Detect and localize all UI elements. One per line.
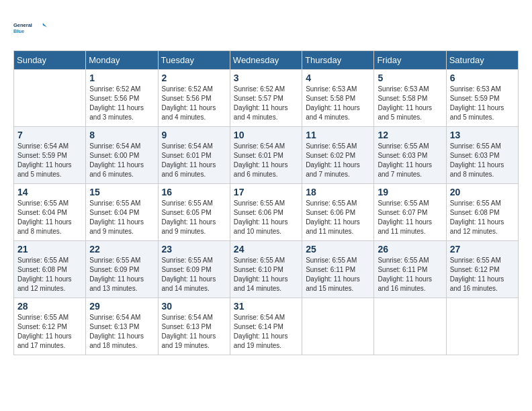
calendar-cell: 24Sunrise: 6:55 AMSunset: 6:10 PMDayligh…	[230, 241, 302, 298]
day-number: 15	[89, 187, 154, 197]
day-info: Sunrise: 6:55 AMSunset: 6:02 PMDaylight:…	[306, 142, 370, 179]
day-number: 4	[306, 73, 370, 83]
calendar-cell: 11Sunrise: 6:55 AMSunset: 6:02 PMDayligh…	[302, 127, 374, 184]
calendar-cell: 22Sunrise: 6:55 AMSunset: 6:09 PMDayligh…	[86, 241, 158, 298]
day-number: 24	[234, 244, 298, 255]
day-number: 30	[162, 301, 226, 312]
calendar-cell: 29Sunrise: 6:54 AMSunset: 6:13 PMDayligh…	[86, 298, 158, 355]
day-number: 10	[234, 130, 298, 140]
day-info: Sunrise: 6:55 AMSunset: 6:10 PMDaylight:…	[234, 256, 298, 293]
calendar-cell: 3Sunrise: 6:52 AMSunset: 5:57 PMDaylight…	[230, 70, 302, 127]
day-info: Sunrise: 6:55 AMSunset: 6:12 PMDaylight:…	[450, 256, 515, 293]
calendar-cell: 15Sunrise: 6:55 AMSunset: 6:04 PMDayligh…	[86, 184, 158, 241]
day-info: Sunrise: 6:55 AMSunset: 6:08 PMDaylight:…	[450, 199, 515, 236]
day-info: Sunrise: 6:52 AMSunset: 5:57 PMDaylight:…	[234, 85, 298, 122]
day-info: Sunrise: 6:54 AMSunset: 6:13 PMDaylight:…	[162, 313, 226, 351]
day-info: Sunrise: 6:53 AMSunset: 5:59 PMDaylight:…	[450, 85, 515, 122]
day-number: 6	[450, 73, 515, 83]
day-number: 26	[378, 244, 442, 255]
day-info: Sunrise: 6:55 AMSunset: 6:03 PMDaylight:…	[378, 142, 442, 179]
svg-text:Blue: Blue	[13, 28, 24, 34]
calendar-cell	[14, 70, 86, 127]
day-info: Sunrise: 6:55 AMSunset: 6:03 PMDaylight:…	[450, 142, 515, 179]
calendar-cell: 9Sunrise: 6:54 AMSunset: 6:01 PMDaylight…	[158, 127, 230, 184]
day-number: 17	[234, 187, 298, 197]
calendar-cell: 12Sunrise: 6:55 AMSunset: 6:03 PMDayligh…	[374, 127, 446, 184]
week-row-3: 14Sunrise: 6:55 AMSunset: 6:04 PMDayligh…	[14, 184, 519, 241]
calendar-cell: 4Sunrise: 6:53 AMSunset: 5:58 PMDaylight…	[302, 70, 374, 127]
header-cell-thursday: Thursday	[302, 51, 374, 70]
week-row-2: 7Sunrise: 6:54 AMSunset: 5:59 PMDaylight…	[14, 127, 519, 184]
day-number: 14	[17, 187, 82, 197]
week-row-5: 28Sunrise: 6:55 AMSunset: 6:12 PMDayligh…	[14, 298, 519, 355]
week-row-1: 1Sunrise: 6:52 AMSunset: 5:56 PMDaylight…	[14, 70, 519, 127]
calendar-cell: 30Sunrise: 6:54 AMSunset: 6:13 PMDayligh…	[158, 298, 230, 355]
calendar-cell: 2Sunrise: 6:52 AMSunset: 5:56 PMDaylight…	[158, 70, 230, 127]
calendar-cell: 16Sunrise: 6:55 AMSunset: 6:05 PMDayligh…	[158, 184, 230, 241]
day-info: Sunrise: 6:55 AMSunset: 6:06 PMDaylight:…	[306, 199, 370, 236]
day-info: Sunrise: 6:55 AMSunset: 6:11 PMDaylight:…	[378, 256, 442, 293]
calendar-cell	[302, 298, 374, 355]
day-info: Sunrise: 6:52 AMSunset: 5:56 PMDaylight:…	[162, 85, 226, 122]
svg-marker-2	[43, 23, 47, 27]
header-cell-monday: Monday	[86, 51, 158, 70]
day-info: Sunrise: 6:55 AMSunset: 6:04 PMDaylight:…	[89, 199, 154, 236]
calendar-cell: 5Sunrise: 6:53 AMSunset: 5:58 PMDaylight…	[374, 70, 446, 127]
day-info: Sunrise: 6:53 AMSunset: 5:58 PMDaylight:…	[378, 85, 442, 122]
calendar-cell: 14Sunrise: 6:55 AMSunset: 6:04 PMDayligh…	[14, 184, 86, 241]
day-number: 19	[378, 187, 442, 197]
calendar-cell: 31Sunrise: 6:54 AMSunset: 6:14 PMDayligh…	[230, 298, 302, 355]
day-number: 11	[306, 130, 370, 140]
day-number: 2	[162, 73, 226, 83]
day-info: Sunrise: 6:55 AMSunset: 6:09 PMDaylight:…	[162, 256, 226, 293]
day-number: 7	[17, 130, 82, 140]
day-number: 5	[378, 73, 442, 83]
day-info: Sunrise: 6:55 AMSunset: 6:11 PMDaylight:…	[306, 256, 370, 293]
day-number: 25	[306, 244, 370, 255]
day-number: 31	[234, 301, 298, 312]
day-info: Sunrise: 6:53 AMSunset: 5:58 PMDaylight:…	[306, 85, 370, 122]
day-number: 29	[89, 301, 154, 312]
calendar-cell: 28Sunrise: 6:55 AMSunset: 6:12 PMDayligh…	[14, 298, 86, 355]
day-number: 27	[450, 244, 515, 255]
day-info: Sunrise: 6:54 AMSunset: 6:14 PMDaylight:…	[234, 313, 298, 351]
day-number: 16	[162, 187, 226, 197]
logo-svg: General Blue	[13, 13, 47, 44]
day-number: 23	[162, 244, 226, 255]
day-info: Sunrise: 6:54 AMSunset: 6:00 PMDaylight:…	[89, 142, 154, 179]
calendar-cell: 20Sunrise: 6:55 AMSunset: 6:08 PMDayligh…	[446, 184, 518, 241]
day-info: Sunrise: 6:55 AMSunset: 6:05 PMDaylight:…	[162, 199, 226, 236]
week-row-4: 21Sunrise: 6:55 AMSunset: 6:08 PMDayligh…	[14, 241, 519, 298]
day-number: 8	[89, 130, 154, 140]
header-cell-wednesday: Wednesday	[230, 51, 302, 70]
calendar-cell: 8Sunrise: 6:54 AMSunset: 6:00 PMDaylight…	[86, 127, 158, 184]
calendar-cell: 27Sunrise: 6:55 AMSunset: 6:12 PMDayligh…	[446, 241, 518, 298]
calendar-cell: 1Sunrise: 6:52 AMSunset: 5:56 PMDaylight…	[86, 70, 158, 127]
header-cell-tuesday: Tuesday	[158, 51, 230, 70]
day-number: 20	[450, 187, 515, 197]
day-number: 9	[162, 130, 226, 140]
day-info: Sunrise: 6:54 AMSunset: 6:01 PMDaylight:…	[162, 142, 226, 179]
day-info: Sunrise: 6:55 AMSunset: 6:06 PMDaylight:…	[234, 199, 298, 236]
calendar-cell: 21Sunrise: 6:55 AMSunset: 6:08 PMDayligh…	[14, 241, 86, 298]
header-cell-friday: Friday	[374, 51, 446, 70]
day-number: 13	[450, 130, 515, 140]
header-row: SundayMondayTuesdayWednesdayThursdayFrid…	[14, 51, 519, 70]
day-info: Sunrise: 6:55 AMSunset: 6:08 PMDaylight:…	[17, 256, 82, 293]
calendar-cell: 6Sunrise: 6:53 AMSunset: 5:59 PMDaylight…	[446, 70, 518, 127]
calendar-cell: 23Sunrise: 6:55 AMSunset: 6:09 PMDayligh…	[158, 241, 230, 298]
day-number: 18	[306, 187, 370, 197]
day-info: Sunrise: 6:55 AMSunset: 6:09 PMDaylight:…	[89, 256, 154, 293]
calendar-cell: 17Sunrise: 6:55 AMSunset: 6:06 PMDayligh…	[230, 184, 302, 241]
day-info: Sunrise: 6:54 AMSunset: 6:01 PMDaylight:…	[234, 142, 298, 179]
day-number: 22	[89, 244, 154, 255]
logo: General Blue	[13, 13, 47, 44]
day-info: Sunrise: 6:54 AMSunset: 5:59 PMDaylight:…	[17, 142, 82, 179]
calendar-cell: 19Sunrise: 6:55 AMSunset: 6:07 PMDayligh…	[374, 184, 446, 241]
day-number: 28	[17, 301, 82, 312]
calendar-cell	[446, 298, 518, 355]
day-info: Sunrise: 6:55 AMSunset: 6:12 PMDaylight:…	[17, 313, 82, 351]
svg-text:General: General	[13, 22, 32, 28]
calendar-cell: 13Sunrise: 6:55 AMSunset: 6:03 PMDayligh…	[446, 127, 518, 184]
day-info: Sunrise: 6:55 AMSunset: 6:04 PMDaylight:…	[17, 199, 82, 236]
